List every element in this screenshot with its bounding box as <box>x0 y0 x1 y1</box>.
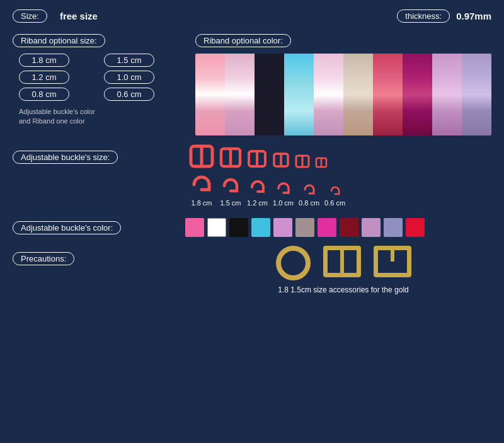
stripe-2 <box>225 54 255 135</box>
riband-left: Riband optional size: 1.8 cm 1.5 cm 1.2 … <box>13 34 183 135</box>
stripe-3 <box>255 54 284 135</box>
riband-size-title: Riband optional size: <box>13 34 183 47</box>
swatch-cyan[interactable] <box>251 218 270 237</box>
buckle-item-4 <box>272 152 290 168</box>
ghook-svg-2 <box>219 175 242 197</box>
buckle-item-1 <box>189 144 214 168</box>
swatch-magenta[interactable] <box>318 218 336 237</box>
thickness-badge: thickness: <box>397 9 450 23</box>
buckle-size-badge: Adjustable buckle's size: <box>13 151 118 164</box>
ghook-svg-6 <box>329 185 341 197</box>
stripe-9 <box>432 54 462 135</box>
buckle-size-left: Adjustable buckle's size: <box>13 144 183 164</box>
stripe-7 <box>373 54 403 135</box>
buckles-grid: 1.8 cm 1.5 cm 1.2 cm 1.0 cm <box>189 144 491 210</box>
ghook-svg-3 <box>248 177 268 197</box>
buckle-svg-6 <box>315 157 328 168</box>
gold-buckle-item <box>374 246 411 280</box>
buckle-label-3: 1.2 cm <box>247 199 268 207</box>
size-option-5[interactable]: 0.8 cm <box>19 88 69 101</box>
swatch-darkred[interactable] <box>340 218 358 237</box>
size-option-2[interactable]: 1.5 cm <box>104 54 154 67</box>
gold-slider-shape <box>323 246 361 277</box>
precautions-badge: Precautions: <box>13 252 74 265</box>
stripe-5 <box>314 54 343 135</box>
buckle-color-badge: Adjustable buckle's color: <box>13 221 121 234</box>
precautions-section: Precautions: 1.8 1.5cm size accessories … <box>13 246 491 294</box>
stripe-4 <box>284 54 314 135</box>
riband-size-options: 1.8 cm 1.5 cm 1.2 cm 1.0 cm 0.8 cm 0.6 c… <box>19 54 183 101</box>
buckle-size-section: Adjustable buckle's size: <box>13 144 491 210</box>
riband-right: Riband optional color: <box>195 34 491 135</box>
buckle-svg-5 <box>295 154 310 168</box>
buckle-label-6: 0.6 cm <box>324 199 345 207</box>
size-value: free size <box>60 11 98 21</box>
ghook-item-2: 1.5 cm <box>219 175 242 207</box>
stripe-10 <box>462 54 491 135</box>
buckle-color-section: Adjustable buckle's color: <box>13 218 491 237</box>
swatch-black[interactable] <box>229 218 248 237</box>
riband-note: Adjustable buckle's colorand Riband one … <box>19 107 183 127</box>
buckles-bottom-row: 1.8 cm 1.5 cm 1.2 cm 1.0 cm <box>189 172 491 207</box>
buckle-color-left: Adjustable buckle's color: <box>13 221 183 234</box>
ghook-svg-4 <box>275 180 292 197</box>
gold-ring-shape <box>276 246 311 280</box>
swatch-mauve[interactable] <box>362 218 381 237</box>
riband-color-title: Riband optional color: <box>195 34 491 47</box>
gold-slider-item <box>323 246 361 280</box>
precautions-right: 1.8 1.5cm size accessories for the gold <box>195 246 491 294</box>
swatch-white[interactable] <box>207 218 226 237</box>
buckle-item-5 <box>295 154 310 168</box>
thickness-section: thickness: 0.97mm <box>397 9 491 23</box>
top-row: Size: free size thickness: 0.97mm <box>13 9 491 23</box>
swatch-periwinkle[interactable] <box>384 218 403 237</box>
ghook-svg-1 <box>189 172 214 197</box>
buckle-label-1: 1.8 cm <box>191 199 212 207</box>
size-option-4[interactable]: 1.0 cm <box>104 71 154 84</box>
buckle-item-2 <box>219 147 242 168</box>
ghook-item-4: 1.0 cm <box>273 180 294 207</box>
swatch-pink[interactable] <box>185 218 204 237</box>
ghook-item-5: 0.8 cm <box>299 182 319 207</box>
riband-section: Riband optional size: 1.8 cm 1.5 cm 1.2 … <box>13 34 491 135</box>
buckle-label-5: 0.8 cm <box>299 199 319 207</box>
stripe-6 <box>343 54 373 135</box>
size-option-3[interactable]: 1.2 cm <box>19 71 69 84</box>
size-option-6[interactable]: 0.6 cm <box>104 88 154 101</box>
buckle-svg-1 <box>189 144 214 168</box>
size-option-1[interactable]: 1.8 cm <box>19 54 69 67</box>
buckle-item-3 <box>247 149 267 168</box>
gold-accessories <box>276 246 411 280</box>
swatch-lavender[interactable] <box>273 218 292 237</box>
riband-color-stripes <box>195 54 491 135</box>
buckle-label-2: 1.5 cm <box>220 199 241 207</box>
riband-size-badge: Riband optional size: <box>13 34 105 47</box>
gold-note: 1.8 1.5cm size accessories for the gold <box>278 285 408 294</box>
swatch-red[interactable] <box>406 218 425 237</box>
swatch-gray[interactable] <box>295 218 314 237</box>
size-badge: Size: <box>13 9 47 23</box>
precautions-left: Precautions: <box>13 246 183 265</box>
buckle-item-6 <box>315 157 328 168</box>
ghook-svg-5 <box>302 182 317 197</box>
stripe-8 <box>403 54 432 135</box>
riband-color-badge: Riband optional color: <box>195 34 291 47</box>
thickness-value: 0.97mm <box>456 11 491 21</box>
gold-buckle-shape <box>374 246 411 277</box>
ghook-item-6: 0.6 cm <box>324 185 345 207</box>
color-swatches-container <box>185 218 425 237</box>
buckle-svg-2 <box>219 147 242 168</box>
buckle-label-4: 1.0 cm <box>273 199 294 207</box>
ghook-item-3: 1.2 cm <box>247 177 268 207</box>
gold-ring-item <box>276 246 311 280</box>
ghook-item-1: 1.8 cm <box>189 172 214 207</box>
buckle-svg-3 <box>247 149 267 168</box>
stripe-1 <box>195 54 225 135</box>
buckle-svg-4 <box>272 152 290 168</box>
buckles-top-row <box>189 144 491 168</box>
